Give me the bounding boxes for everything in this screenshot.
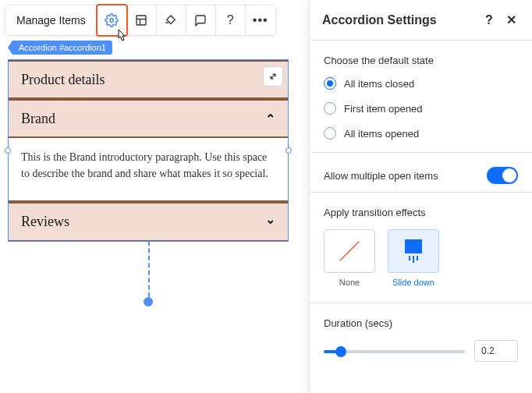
help-icon: ? — [485, 13, 493, 27]
layout-icon — [134, 13, 148, 27]
svg-line-5 — [340, 242, 359, 260]
effect-none[interactable]: None — [324, 229, 375, 287]
radio-all-opened[interactable]: All items opened — [324, 127, 518, 140]
accordion-title: Reviews — [21, 214, 69, 230]
chevron-down-icon: ⌃ — [265, 211, 275, 226]
radio-icon — [324, 77, 336, 90]
accordion-header[interactable]: Product details — [9, 60, 288, 99]
divider — [310, 192, 532, 193]
slider-knob[interactable] — [335, 346, 346, 357]
divider — [310, 303, 532, 303]
resize-handle-bottom[interactable] — [144, 297, 153, 306]
manage-items-button[interactable]: Manage Items — [5, 5, 98, 35]
stretch-button[interactable] — [263, 66, 283, 87]
accordion-body: This is the Brand introductory paragraph… — [9, 138, 288, 202]
more-icon: ••• — [253, 13, 268, 27]
divider — [310, 152, 532, 153]
accordion-component[interactable]: Product details Brand ⌃ This is the Bran… — [8, 59, 289, 242]
radio-icon — [324, 127, 336, 140]
breadcrumb[interactable]: Accordion #accordion1 — [8, 41, 112, 55]
help-button[interactable]: ? — [216, 5, 246, 35]
settings-panel: Accordion Settings ? ✕ Choose the defaul… — [309, 0, 532, 393]
duration-label: Duration (secs) — [324, 317, 518, 329]
allow-multiple-label: Allow multiple open items — [324, 170, 438, 182]
chevron-up-icon: ⌃ — [265, 112, 275, 126]
radio-label: All items opened — [344, 128, 419, 140]
accordion-item[interactable]: Brand ⌃ This is the Brand introductory p… — [9, 99, 288, 202]
animation-icon — [164, 13, 178, 27]
transition-label: Apply transition effects — [324, 207, 518, 218]
help-icon: ? — [227, 13, 234, 27]
accordion-item[interactable]: Reviews ⌃ — [9, 202, 288, 241]
panel-header: Accordion Settings ? ✕ — [310, 0, 532, 41]
none-icon — [335, 237, 364, 265]
accordion-header[interactable]: Brand ⌃ — [9, 99, 288, 138]
resize-handle-left[interactable] — [5, 147, 11, 154]
close-icon: ✕ — [506, 12, 516, 27]
panel-title: Accordion Settings — [322, 13, 476, 27]
resize-handle-right[interactable] — [286, 147, 292, 154]
svg-rect-1 — [137, 16, 146, 25]
effect-label: None — [339, 278, 360, 287]
radio-label: First item opened — [344, 103, 422, 115]
more-button[interactable]: ••• — [246, 5, 275, 35]
accordion-title: Brand — [21, 111, 55, 127]
panel-help-button[interactable]: ? — [481, 12, 498, 29]
comment-button[interactable] — [186, 5, 216, 35]
svg-point-0 — [110, 19, 114, 23]
slide-down-icon — [405, 239, 422, 263]
gear-icon — [105, 13, 119, 27]
panel-close-button[interactable]: ✕ — [502, 12, 520, 29]
radio-icon — [324, 102, 336, 115]
effect-slide-down[interactable]: Slide down — [388, 229, 439, 287]
comment-icon — [193, 13, 207, 27]
default-state-label: Choose the default state — [324, 55, 518, 66]
radio-first-opened[interactable]: First item opened — [324, 102, 518, 115]
effect-label: Slide down — [392, 278, 434, 287]
accordion-title: Product details — [21, 72, 105, 88]
resize-guide-line — [148, 241, 150, 297]
allow-multiple-toggle[interactable] — [487, 167, 518, 184]
expand-icon — [268, 71, 278, 82]
editor-toolbar: Manage Items ? ••• — [5, 5, 276, 36]
accordion-item[interactable]: Product details — [9, 60, 288, 99]
duration-input[interactable]: 0.2 — [474, 340, 518, 362]
duration-slider[interactable] — [324, 350, 465, 353]
accordion-header[interactable]: Reviews ⌃ — [9, 202, 288, 241]
layout-button[interactable] — [127, 5, 157, 35]
animation-button[interactable] — [157, 5, 186, 35]
radio-all-closed[interactable]: All items closed — [324, 77, 518, 90]
radio-label: All items closed — [344, 78, 414, 90]
settings-button[interactable] — [98, 5, 127, 35]
